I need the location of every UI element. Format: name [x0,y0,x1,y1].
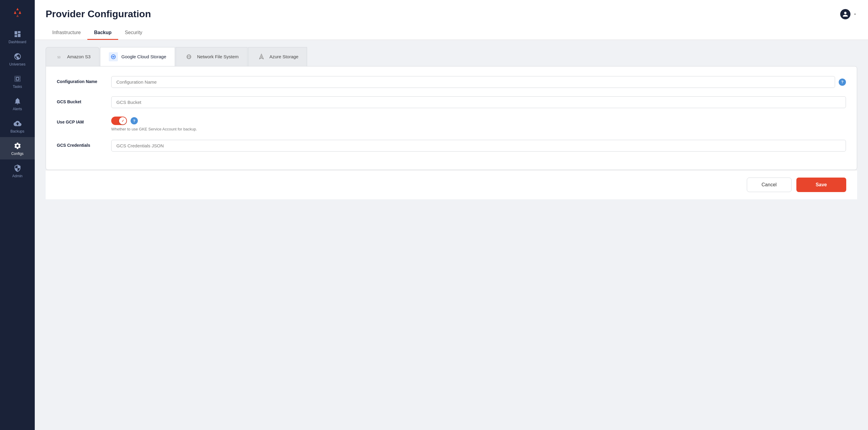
configuration-name-field: ? [111,76,846,88]
tasks-icon [13,75,22,83]
main-tabs: Infrastructure Backup Security [35,26,868,40]
use-gcp-iam-toggle[interactable] [111,117,127,125]
toggle-container: ? Whether to use GKE Service Account for… [111,117,197,131]
gcs-bucket-input[interactable] [111,96,846,108]
sidebar-item-configs-label: Configs [11,152,24,156]
chevron-down-icon [853,12,857,16]
provider-tab-azure-storage[interactable]: Azure Storage [248,47,307,66]
provider-tab-amazon-s3[interactable]: S3 Amazon S3 [45,47,99,66]
content-area: S3 Amazon S3 Google Cloud Storage [35,40,868,430]
sidebar-logo[interactable] [0,0,35,25]
toggle-wrapper: ? [111,117,197,125]
amazon-s3-icon: S3 [54,52,63,61]
page-header: Provider Configuration [35,0,868,20]
form-footer: Cancel Save [45,170,857,199]
google-cloud-storage-icon [109,52,118,61]
sidebar-item-tasks[interactable]: Tasks [0,70,35,92]
dashboard-icon [13,30,22,38]
provider-tab-google-cloud-storage[interactable]: Google Cloud Storage [100,47,175,66]
tab-infrastructure[interactable]: Infrastructure [45,26,87,40]
alerts-icon [13,97,22,105]
sidebar-item-backups[interactable]: Backups [0,115,35,137]
admin-icon [13,164,22,172]
configuration-name-row: Configuration Name ? [57,76,846,88]
toggle-hint: Whether to use GKE Service Account for b… [111,127,197,131]
form-panel: Configuration Name ? GCS Bucket Use GCP … [45,66,857,170]
use-gcp-iam-help-icon[interactable]: ? [130,117,138,124]
use-gcp-iam-row: Use GCP IAM ? Whether to use GKE Service… [57,117,846,131]
toggle-knob [119,117,126,124]
gcs-credentials-row: GCS Credentials [57,140,846,152]
main-content: Provider Configuration Infrastructure Ba… [35,0,868,430]
sidebar-item-dashboard[interactable]: Dashboard [0,25,35,48]
azure-storage-icon [257,52,266,61]
sidebar: Dashboard Universes Tasks Alerts Backups… [0,0,35,430]
sidebar-item-dashboard-label: Dashboard [8,40,26,44]
sidebar-item-backups-label: Backups [10,129,24,133]
sidebar-item-admin[interactable]: Admin [0,159,35,182]
configuration-name-help-icon[interactable]: ? [839,78,846,86]
network-file-system-label: Network File System [197,54,239,60]
universes-icon [13,53,22,60]
sidebar-item-alerts[interactable]: Alerts [0,92,35,115]
amazon-s3-label: Amazon S3 [67,54,91,60]
gcs-bucket-field [111,96,846,108]
configuration-name-input[interactable] [111,76,835,88]
sidebar-item-admin-label: Admin [12,174,22,178]
configs-icon [13,142,22,150]
cancel-button[interactable]: Cancel [747,177,792,192]
network-file-system-icon [184,52,193,61]
google-cloud-storage-label: Google Cloud Storage [122,54,166,60]
svg-text:S3: S3 [57,56,60,59]
gcs-bucket-row: GCS Bucket [57,96,846,108]
app-logo-icon [10,5,25,20]
provider-tabs: S3 Amazon S3 Google Cloud Storage [45,47,857,66]
gcs-credentials-label: GCS Credentials [57,140,105,148]
backups-icon [13,120,22,127]
gcs-credentials-input[interactable] [111,140,846,152]
azure-storage-label: Azure Storage [270,54,299,60]
provider-tab-network-file-system[interactable]: Network File System [176,47,248,66]
page-title: Provider Configuration [45,8,151,20]
sidebar-item-universes-label: Universes [9,62,25,66]
tab-backup[interactable]: Backup [87,26,118,40]
use-gcp-iam-label: Use GCP IAM [57,117,105,124]
save-button[interactable]: Save [796,177,846,192]
sidebar-item-universes[interactable]: Universes [0,48,35,70]
user-menu[interactable] [840,9,857,19]
avatar [840,9,850,19]
gcs-bucket-label: GCS Bucket [57,96,105,104]
use-gcp-iam-field: ? Whether to use GKE Service Account for… [111,117,846,131]
sidebar-item-configs[interactable]: Configs [0,137,35,159]
configuration-name-label: Configuration Name [57,76,105,84]
sidebar-item-tasks-label: Tasks [13,85,22,89]
sidebar-item-alerts-label: Alerts [13,107,22,111]
tab-security[interactable]: Security [118,26,149,40]
gcs-credentials-field [111,140,846,152]
user-icon [842,11,848,17]
